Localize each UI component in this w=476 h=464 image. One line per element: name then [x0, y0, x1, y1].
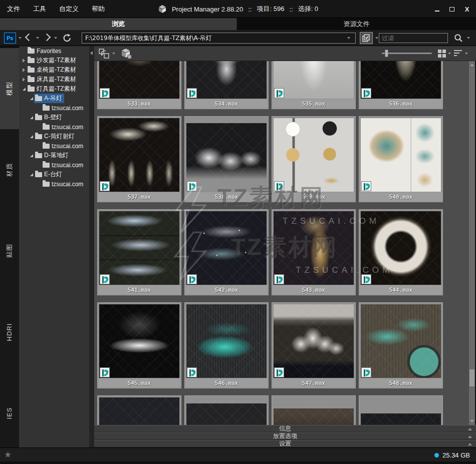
collapse-arrow-icon[interactable] [21, 88, 27, 91]
merge-model-icon[interactable] [120, 48, 132, 60]
tree-item-桌椅篇-TZ素材[interactable]: 桌椅篇-TZ素材 [19, 65, 89, 75]
thumbnail-542.max[interactable]: 542.max [184, 209, 269, 295]
thumbnail-540.max[interactable]: 540.max [359, 116, 443, 202]
tab-hdri[interactable]: HDRI [0, 291, 19, 372]
tree-item-A-吊灯[interactable]: A-吊灯 [19, 94, 89, 103]
view-dropdown-caret[interactable] [375, 37, 378, 39]
back-dropdown-caret[interactable] [36, 37, 39, 39]
tree-item-床具篇-TZ素材[interactable]: 床具篇-TZ素材 [19, 75, 89, 84]
thumbnail-filename: 548.max [360, 378, 442, 387]
collapse-tree-icon[interactable] [90, 51, 93, 55]
favorites-folder-icon: ★ [28, 49, 35, 54]
thumbnail-filename: 539.max [273, 192, 355, 201]
collapse-arrow-icon[interactable] [29, 97, 34, 100]
tree-item-E-台灯[interactable]: E-台灯 [19, 170, 89, 179]
expand-panel-icon[interactable] [468, 443, 472, 445]
collapse-arrow-icon[interactable] [29, 135, 34, 138]
path-dropdown-caret[interactable] [347, 37, 350, 39]
expand-arrow-icon[interactable] [21, 68, 27, 72]
thumbnail-size-slider-thumb[interactable] [385, 50, 388, 57]
panel-settings[interactable]: 设置 [94, 440, 476, 447]
thumbnail-row5-col2[interactable] [184, 395, 269, 425]
panel-info[interactable]: 信息 [94, 425, 476, 432]
forward-dropdown-caret[interactable] [54, 37, 57, 39]
search-dropdown-caret[interactable] [467, 37, 470, 39]
tree-item-tzsucai.com[interactable]: tzsucai.com [19, 141, 89, 151]
tree-splitter[interactable] [89, 46, 94, 447]
tree-item-label: tzsucai.com [52, 124, 83, 131]
scroll-up-icon[interactable] [470, 64, 474, 66]
tab-ies[interactable]: IES [0, 372, 19, 453]
collapse-arrow-icon[interactable] [29, 154, 34, 157]
thumbnail-547.max[interactable]: 547.max [272, 302, 356, 388]
expand-arrow-icon[interactable] [21, 59, 27, 63]
tab-textures[interactable]: 贴图 [0, 210, 19, 291]
tree-item-tzsucai.com[interactable]: tzsucai.com [19, 122, 89, 132]
thumbnail-533.max[interactable]: 533.max [97, 61, 181, 109]
tree-item-tzsucai.com[interactable]: tzsucai.com [19, 179, 89, 189]
thumbnail-537.max[interactable]: 537.max [97, 116, 181, 202]
tree-item-tzsucai.com[interactable]: tzsucai.com [19, 160, 89, 170]
folder-icon [28, 77, 35, 82]
sort-dropdown-caret[interactable] [465, 53, 468, 55]
minimize-button[interactable] [433, 5, 441, 13]
thumbnail-534.max[interactable]: 534.max [184, 61, 269, 109]
thumbnail-539.max[interactable]: 539.max [272, 116, 356, 202]
max-file-badge-icon [361, 274, 371, 284]
tree-item-沙发篇-TZ素材[interactable]: 沙发篇-TZ素材 [19, 56, 89, 65]
photoshop-button[interactable]: Ps [4, 33, 16, 44]
refresh-button[interactable] [62, 33, 72, 43]
sort-icon[interactable] [454, 50, 462, 57]
thumbnail-row5-col4[interactable] [359, 395, 443, 425]
close-button[interactable]: X [463, 5, 471, 13]
tab-materials[interactable]: 材质 [0, 129, 19, 210]
thumbnail-544.max[interactable]: 544.max [359, 209, 443, 295]
tree-item-label: tzsucai.com [52, 143, 83, 150]
grid-scrollbar-thumb[interactable] [469, 369, 474, 386]
thumbnail-541.max[interactable]: 541.max [97, 209, 181, 295]
selection-view-button[interactable] [360, 32, 373, 44]
reload-previews-icon[interactable] [98, 48, 110, 60]
photoshop-dropdown-caret[interactable] [19, 37, 22, 39]
tab-browse[interactable]: 浏览 [0, 18, 236, 30]
tab-asset-files[interactable]: 资源文件 [236, 18, 476, 30]
expand-arrow-icon[interactable] [21, 78, 27, 82]
tree-item-D-落地灯[interactable]: D-落地灯 [19, 151, 89, 160]
collapse-arrow-icon[interactable] [29, 116, 34, 119]
thumbnail-row5-col3[interactable] [272, 395, 356, 425]
thumbnail-543.max[interactable]: 543.max [272, 209, 356, 295]
collapse-arrow-icon[interactable] [29, 173, 34, 176]
search-icon[interactable] [453, 33, 463, 43]
favorite-star-icon[interactable]: ★ [4, 449, 12, 460]
grid-scrollbar[interactable] [469, 61, 475, 425]
thumbnail-538.max[interactable]: 538.max [184, 116, 269, 202]
path-input[interactable] [82, 33, 356, 44]
thumbnail-filename: 544.max [360, 285, 442, 294]
filter-input[interactable] [379, 33, 448, 43]
thumbnail-548.max[interactable]: 548.max [359, 302, 443, 388]
expand-panel-icon[interactable] [468, 435, 472, 438]
tree-item-C-筒灯射灯[interactable]: C-筒灯射灯 [19, 132, 89, 141]
thumbnail-size-slider[interactable] [382, 53, 432, 54]
tab-models[interactable]: 模型 [0, 48, 19, 129]
tree-item-tzsucai.com[interactable]: tzsucai.com [19, 103, 89, 113]
thumbnail-row5-col1[interactable] [97, 395, 181, 425]
thumbnail-535.max[interactable]: 535.max [272, 61, 356, 109]
reload-dropdown-caret[interactable] [112, 53, 115, 55]
max-file-badge-icon [274, 181, 284, 191]
thumbnail-546.max[interactable]: 546.max [184, 302, 269, 388]
tree-item-灯具篇-TZ素材[interactable]: 灯具篇-TZ素材 [19, 84, 89, 94]
tree-item-label: C-筒灯射灯 [44, 132, 75, 141]
thumbnail-545.max[interactable]: 545.max [97, 302, 181, 388]
expand-panel-icon[interactable] [468, 428, 472, 430]
tree-item-Favorites[interactable]: ★Favorites [19, 46, 89, 56]
maximize-button[interactable] [448, 5, 456, 13]
scroll-down-icon[interactable] [470, 420, 474, 422]
view-mode-dropdown-caret[interactable] [448, 53, 451, 55]
thumbnail-536.max[interactable]: 536.max [359, 61, 443, 109]
thumbnail-view-icon[interactable] [438, 50, 446, 58]
forward-button[interactable] [43, 34, 51, 42]
tree-item-B-壁灯[interactable]: B-壁灯 [19, 113, 89, 122]
back-button[interactable] [25, 34, 33, 42]
panel-placement-options[interactable]: 放置选项 [94, 432, 476, 440]
